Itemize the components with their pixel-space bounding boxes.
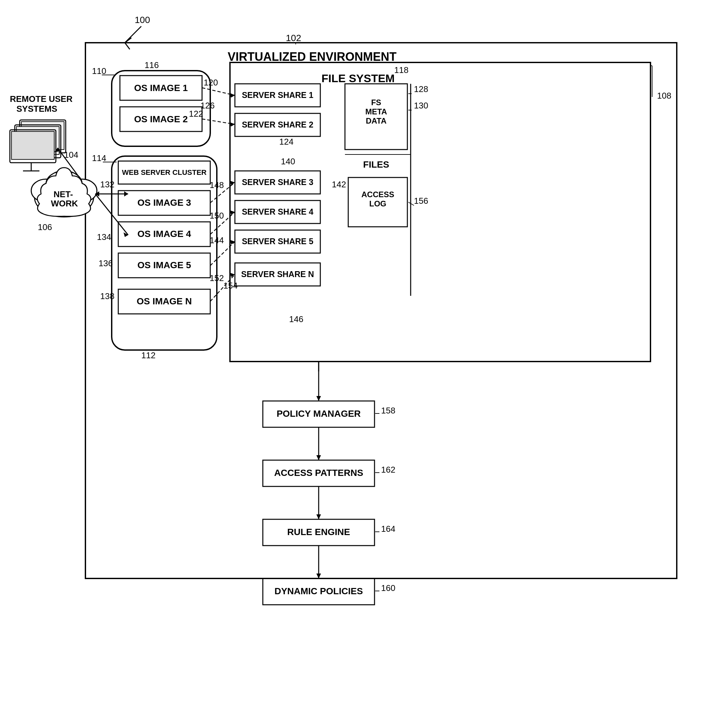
svg-rect-9: [12, 131, 54, 159]
ref-160: 160: [381, 583, 395, 593]
network-label: NET-: [53, 189, 73, 199]
os-image-2-label: OS IMAGE 2: [134, 114, 187, 124]
policy-manager-label: POLICY MANAGER: [277, 409, 361, 419]
web-server-cluster-label: WEB SERVER CLUSTER: [122, 168, 207, 176]
svg-marker-55: [124, 233, 128, 237]
server-share-n-label: SERVER SHARE N: [241, 270, 314, 279]
network-label2: WORK: [51, 198, 78, 208]
server-share-5-label: SERVER SHARE 5: [242, 237, 313, 246]
ref-126: 126: [200, 101, 215, 110]
ref-150: 150: [210, 211, 224, 221]
ref-154: 154: [223, 281, 238, 290]
ref-138: 138: [100, 291, 114, 301]
ref-134: 134: [97, 232, 111, 242]
server-share-1-label: SERVER SHARE 1: [242, 90, 313, 100]
svg-marker-20: [124, 191, 128, 196]
file-system-label: FILE SYSTEM: [321, 72, 395, 84]
ref-110: 110: [92, 66, 106, 76]
files-label: FILES: [363, 159, 389, 170]
dynamic-policies-label: DYNAMIC POLICIES: [274, 586, 363, 596]
ref-100: 100: [135, 15, 150, 25]
ref-148: 148: [210, 180, 224, 190]
svg-line-0: [125, 26, 141, 43]
ref-136: 136: [99, 259, 113, 268]
svg-line-2: [125, 43, 130, 49]
vm-cluster-upper: [112, 71, 210, 146]
ref-130: 130: [414, 101, 428, 110]
access-log-label: ACCESS: [362, 190, 394, 199]
access-patterns-label: ACCESS PATTERNS: [274, 468, 363, 478]
server-share-2-label: SERVER SHARE 2: [242, 120, 313, 129]
ref-104: 104: [64, 150, 78, 160]
ref-106: 106: [38, 222, 52, 232]
ref-144: 144: [210, 235, 224, 245]
os-image-3-label: OS IMAGE 3: [137, 198, 191, 208]
os-image-4-label: OS IMAGE 4: [137, 229, 191, 239]
svg-marker-51: [316, 455, 321, 460]
ref-140: 140: [281, 156, 295, 166]
fs-metadata-label3: DATA: [366, 116, 386, 125]
ref-164: 164: [381, 524, 395, 534]
svg-marker-30: [230, 93, 235, 98]
fs-metadata-label: FS: [371, 98, 382, 107]
rule-engine-label: RULE ENGINE: [287, 527, 350, 537]
ref-156: 156: [414, 196, 428, 206]
svg-marker-32: [230, 122, 235, 127]
svg-marker-52: [316, 514, 321, 519]
ref-152: 152: [210, 273, 224, 283]
server-share-4-label: SERVER SHARE 4: [242, 207, 313, 216]
ref-158: 158: [381, 406, 395, 415]
svg-marker-40: [230, 273, 235, 277]
svg-marker-53: [316, 573, 321, 578]
ref-142: 142: [332, 179, 346, 189]
ref-114: 114: [92, 153, 106, 163]
ref-118: 118: [394, 65, 408, 75]
os-image-1-label: OS IMAGE 1: [134, 83, 187, 93]
svg-line-1: [125, 38, 131, 43]
ref-120: 120: [204, 78, 218, 87]
ref-108: 108: [657, 91, 671, 101]
ref-102: 102: [286, 33, 301, 43]
server-share-3-label: SERVER SHARE 3: [242, 178, 313, 187]
diagram-container: VIRTUALIZED ENVIRONMENT 100 102 REMOTE U…: [0, 0, 706, 728]
ref-112: 112: [141, 350, 156, 360]
ref-124: 124: [279, 137, 293, 147]
ref-162: 162: [381, 465, 395, 475]
os-image-5-label: OS IMAGE 5: [137, 260, 191, 270]
remote-user-label: REMOTE USER: [10, 94, 73, 104]
virtualized-env-label: VIRTUALIZED ENVIRONMENT: [228, 50, 396, 64]
fs-metadata-label2: META: [365, 107, 387, 116]
remote-user-label2: SYSTEMS: [16, 104, 57, 114]
os-image-n-label: OS IMAGE N: [137, 296, 192, 306]
ref-146: 146: [289, 314, 303, 324]
access-log-label2: LOG: [369, 199, 386, 208]
ref-116: 116: [144, 60, 158, 70]
svg-marker-50: [316, 396, 321, 401]
ref-128: 128: [414, 84, 428, 94]
